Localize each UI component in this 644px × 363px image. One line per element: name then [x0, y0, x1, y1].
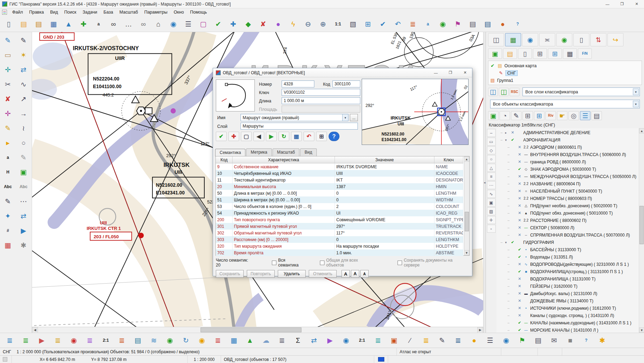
eraser[interactable]: ▭ — [0, 48, 15, 62]
menu-item[interactable]: Вид — [47, 9, 61, 16]
visibility-toggle-icon[interactable]: ✕ — [517, 182, 522, 186]
mail[interactable]: ✉ — [547, 334, 562, 347]
edit-fill[interactable]: ✎ — [0, 121, 15, 135]
print-2[interactable]: ▤ — [531, 334, 546, 347]
tree-item[interactable]: ✔ • Водопады ( 313351 Л) — [496, 253, 639, 261]
confirm[interactable]: ✔ — [216, 132, 227, 141]
semantic-row[interactable]: 302 Обратный магнитный путевой угол 117°… — [216, 230, 463, 236]
db-slate[interactable]: ≣ — [274, 334, 290, 347]
tree-item[interactable]: ✔ ◇ ЗНАК АЭРОДРОМА ( 50030000 Т) — [496, 165, 639, 173]
table-list[interactable]: ☰ — [482, 334, 498, 347]
refresh[interactable]: ↻ — [278, 132, 289, 141]
semantic-row[interactable]: 51 Ширина в метрах (м) [0.00 ... 0.00] 0… — [216, 196, 463, 203]
zoom-in[interactable]: ⊕ — [316, 17, 330, 31]
scroll-left-icon[interactable]: ◀ — [32, 327, 38, 333]
search-address[interactable]: ⌂ — [151, 17, 166, 31]
open-database-map[interactable]: ▤ — [31, 17, 46, 31]
db-orange[interactable]: ≣ — [114, 334, 129, 347]
length-input[interactable]: 1 000.00 м — [282, 97, 360, 104]
visibility-toggle-icon[interactable]: ✔ — [517, 320, 522, 325]
visibility-toggle-icon[interactable]: ✔ — [517, 167, 522, 171]
db-yellow[interactable]: ≣ — [418, 334, 434, 347]
crosshair[interactable]: ✛ — [0, 106, 15, 121]
table-b[interactable]: ⊞ — [534, 111, 544, 120]
partial-view[interactable]: ◔ — [500, 111, 510, 120]
view-scheme[interactable]: ▲ — [61, 17, 76, 31]
semantic-row[interactable]: 50 Длина в метрах (м) [0.00 ... 0.00] 0 … — [216, 190, 463, 196]
lock[interactable]: ■ — [563, 334, 578, 347]
visibility-toggle-icon[interactable]: ✔ — [517, 247, 522, 252]
scale-2-1[interactable]: 2:1 — [98, 334, 113, 347]
run-tool[interactable]: ▶ — [16, 223, 31, 238]
semantics-table[interactable]: ⊞ — [316, 132, 327, 141]
table-a[interactable]: ⊞ — [523, 111, 533, 120]
table-globe[interactable]: ⊞ — [548, 48, 562, 59]
tree-item[interactable]: ✕ ○ НАСЕЛЁННЫЙ ПУНКТ ( 50040000 Т) — [496, 187, 639, 195]
common-for-all-checkbox[interactable]: Общая для всех объектов — [320, 258, 377, 268]
tree-item[interactable]: ✕ △ ПНД(пункт необяз. донесения) ( 50020… — [496, 202, 639, 209]
search-objects[interactable]: ∞ — [106, 17, 121, 31]
magic-wand[interactable]: ✛ — [0, 62, 15, 77]
new-map[interactable]: ▯ — [1, 17, 16, 31]
vertex-edit[interactable]: ✦ — [0, 209, 15, 223]
line-arrow[interactable]: → — [16, 106, 31, 121]
edit-pen[interactable]: ✎ — [16, 33, 31, 47]
palette-grid[interactable]: ▦ — [0, 238, 15, 252]
folder-add[interactable]: ▤ — [503, 48, 517, 59]
menu-item[interactable]: Поиск — [61, 9, 80, 16]
dialog-titlebar[interactable]: ОВД_готово! / ОВД_готово! [ВЕКТОРНЫЕ] — … — [213, 68, 472, 77]
semantic-row[interactable]: 9 Собственное название IRKUTSK DVORDME N… — [216, 163, 463, 170]
swap-tool[interactable]: ⇄ — [16, 209, 31, 223]
run-task-2[interactable]: ▶ — [322, 334, 338, 347]
run-task[interactable]: ▶ — [34, 334, 49, 347]
settings-gear[interactable]: ✱ — [16, 238, 31, 252]
scrollbar-thumb[interactable] — [201, 327, 301, 332]
name-combobox[interactable]: Маршрут ожидания (правый) ▾ — [241, 114, 348, 121]
sym-triangle[interactable]: △ — [487, 164, 496, 172]
menu-item[interactable]: Масштаб — [116, 9, 141, 16]
menu-item[interactable]: Параметры — [141, 9, 171, 16]
tree-item[interactable]: ✕ ДОЖДЕВЫЕ ЯМЫ ( 31134000 Т) — [496, 297, 639, 304]
visibility-toggle-icon[interactable]: ✕ — [517, 196, 522, 201]
lightning[interactable]: ϟ — [286, 17, 300, 31]
undo[interactable]: ↶ — [304, 132, 314, 141]
save-map[interactable]: ▦ — [46, 17, 61, 31]
layers-filter-select[interactable]: Все слои классификатора ▾ — [523, 87, 640, 96]
chevron-down-icon[interactable]: ▾ — [633, 88, 639, 95]
tree-item[interactable]: ✕ ▲ ПОД(пункт обяз. донесения) ( 5001000… — [496, 209, 639, 217]
tree-scrollbar[interactable]: ▲ ▼ — [639, 128, 644, 333]
search-text[interactable]: a — [91, 17, 106, 31]
tree-item[interactable]: ✕ ∿ ВОДОПРОВОДЫ(действующие) ( 32310000 … — [496, 261, 639, 268]
menu-item[interactable]: Помощь — [187, 9, 210, 16]
window-titlebar[interactable]: ГИС "Панорама" версия 15.4.2.26 x64 - [4… — [0, 0, 644, 8]
chevron-down-icon[interactable]: ▾ — [633, 101, 639, 107]
settings-2[interactable]: ✱ — [595, 334, 610, 347]
hand-pointer[interactable]: ☛ — [557, 111, 567, 120]
next-object[interactable]: ▶ — [266, 132, 277, 141]
highlight-tool[interactable]: ▸ — [0, 136, 15, 150]
label-text[interactable]: a — [421, 17, 435, 31]
visibility-toggle-icon[interactable]: ✕ — [517, 233, 522, 237]
prev-object[interactable]: ◀ — [253, 132, 264, 141]
tree-item[interactable]: ✕ 2.2 АЭРОДРОМ ( 88000601 П) — [496, 144, 639, 151]
sym-diamond[interactable]: ◇ — [487, 146, 496, 154]
search-globe[interactable]: ◉ — [166, 17, 181, 31]
edit-classifier[interactable]: ✎ — [511, 111, 521, 120]
menu-item[interactable]: Окно — [171, 9, 187, 16]
move-object[interactable]: ⇄ — [16, 62, 31, 77]
tree-item[interactable]: ✕ Каналы ( судоходн. строящ. ) ( 3143110… — [496, 312, 639, 319]
chevron-down-icon[interactable]: ▾ — [342, 114, 348, 121]
semantic-row[interactable]: 54 Принадлежность к региону ИКАО UI ICAO… — [216, 210, 463, 216]
visibility-toggle-icon[interactable]: ✕ — [517, 284, 522, 288]
weather[interactable]: ☁ — [258, 334, 274, 347]
grid-b[interactable]: ▤ — [591, 111, 602, 120]
sym-line[interactable]: ‒ — [487, 129, 496, 137]
sym-lines[interactable]: ≡ — [487, 172, 496, 180]
help-2[interactable]: ? — [579, 334, 594, 347]
visibility-toggle-icon[interactable]: ✕ — [517, 218, 522, 223]
tree-item-main-map[interactable]: ✔ ▤ Основная карта — [490, 62, 640, 69]
sym-cross[interactable]: ✛ — [487, 216, 496, 224]
pin-blue[interactable]: ◉ — [338, 334, 354, 347]
dialog-action-button[interactable]: Удалить — [278, 270, 306, 278]
visibility-toggle-icon[interactable]: ✕ — [517, 145, 522, 149]
